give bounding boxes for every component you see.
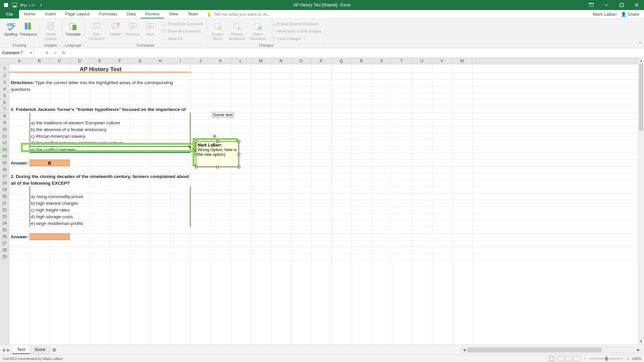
column-header-N[interactable]: N [271, 58, 291, 64]
answer-2-cell[interactable] [30, 233, 70, 240]
select-all-corner[interactable] [0, 58, 9, 64]
column-header-Q[interactable]: Q [331, 58, 352, 64]
row-header-3[interactable]: 3 [0, 79, 9, 86]
horizontal-scrollbar[interactable]: ◀ ▶ [461, 347, 642, 353]
column-header-A[interactable]: A [9, 58, 30, 64]
row-header-11[interactable]: 11 [0, 133, 9, 139]
column-header-I[interactable]: I [170, 58, 191, 64]
column-header-T[interactable]: T [392, 58, 412, 64]
collapse-ribbon-icon[interactable]: ⌃ [638, 41, 642, 47]
ribbon-options-icon[interactable] [584, 0, 599, 10]
next-comment-button[interactable]: Next [142, 20, 158, 37]
expand-namebox-icon[interactable]: ⋮ [34, 51, 42, 55]
row-header-6[interactable]: 6 [0, 99, 9, 106]
maximize-icon[interactable] [614, 0, 629, 10]
row-header-13[interactable]: 13 [0, 146, 9, 153]
undo-icon[interactable]: ▾ [20, 2, 27, 8]
redo-icon[interactable]: ▾ [29, 2, 36, 8]
column-header-B[interactable]: B [30, 58, 50, 64]
row-headers[interactable]: 1234567891011121314151617181920212223242… [0, 64, 9, 345]
row-header-12[interactable]: 12 [0, 139, 9, 146]
row-header-16[interactable]: 16 [0, 166, 9, 173]
delete-comment-button[interactable]: Delete [107, 20, 123, 37]
sheet-nav-prev-icon[interactable]: ◀ [2, 348, 5, 352]
user-name[interactable]: Mark LaBarr [593, 12, 617, 17]
row-header-23[interactable]: 23 [0, 213, 9, 220]
sheet-tab-score[interactable]: Score [30, 346, 50, 354]
resize-handle[interactable] [216, 166, 219, 168]
column-header-H[interactable]: H [150, 58, 170, 64]
scroll-right-icon[interactable]: ▶ [636, 348, 642, 352]
row-header-27[interactable]: 27 [0, 240, 9, 247]
save-icon[interactable] [11, 2, 18, 8]
tab-page-layout[interactable]: Page Layout [60, 10, 94, 18]
enter-formula-icon[interactable]: ✓ [51, 50, 60, 56]
column-header-E[interactable]: E [90, 58, 110, 64]
resize-handle[interactable] [216, 140, 219, 143]
row-header-8[interactable]: 8 [0, 113, 9, 119]
column-header-M[interactable]: M [251, 58, 271, 64]
vscroll-thumb[interactable] [639, 64, 643, 131]
tab-file[interactable]: File [0, 10, 19, 18]
thesaurus-button[interactable]: Thesaurus [20, 20, 36, 37]
tab-formulas[interactable]: Formulas [94, 10, 122, 18]
tab-data[interactable]: Data [122, 10, 140, 18]
floating-textbox[interactable]: Some text [212, 112, 234, 118]
column-headers[interactable]: ABCDEFGHIJKLMNOPQRSTUVW [9, 58, 638, 64]
resize-handle[interactable] [195, 153, 197, 156]
protect-sheet-button[interactable]: Protect Sheet [210, 20, 226, 41]
allow-edit-ranges-button[interactable]: Allow Users to Edit Ranges [269, 27, 323, 35]
answer-1-cell[interactable]: B [30, 160, 70, 166]
smart-lookup-button[interactable]: Smart Lookup [42, 20, 59, 41]
tab-review[interactable]: Review [141, 10, 164, 18]
row-header-18[interactable]: 18 [0, 180, 9, 186]
row-header-10[interactable]: 10 [0, 126, 9, 133]
show-ink-button[interactable]: Show Ink [160, 35, 204, 42]
column-header-V[interactable]: V [432, 58, 452, 64]
edit-comment-button[interactable]: Edit Comment [87, 20, 106, 41]
row-header-26[interactable]: 26 [0, 233, 9, 240]
row-header-14[interactable]: 14 [0, 153, 9, 160]
column-header-W[interactable]: W [452, 58, 472, 64]
protect-workbook-button[interactable]: Protect Workbook [227, 20, 247, 41]
column-header-P[interactable]: P [311, 58, 331, 64]
row-header-21[interactable]: 21 [0, 200, 9, 206]
row-header-7[interactable]: 7 [0, 106, 9, 113]
row-header-9[interactable]: 9 [0, 119, 9, 126]
row-header-17[interactable]: 17 [0, 173, 9, 180]
scroll-up-icon[interactable]: ▲ [638, 58, 644, 64]
column-header-F[interactable]: F [110, 58, 130, 64]
row-header-20[interactable]: 20 [0, 193, 9, 200]
macro-record-icon[interactable] [549, 356, 554, 361]
share-workbook-button[interactable]: Share Workbook [248, 20, 267, 41]
tab-home[interactable]: Home [19, 10, 40, 18]
share-button[interactable]: 👤 Share [621, 12, 639, 17]
track-changes-button[interactable]: Track Changes▾ [269, 35, 323, 42]
zoom-slider[interactable] [589, 358, 623, 359]
cancel-formula-icon[interactable]: ✕ [42, 50, 51, 56]
add-sheet-icon[interactable]: ⊕ [50, 346, 58, 354]
page-break-view-icon[interactable] [573, 356, 581, 361]
tell-me-search[interactable]: 💡 Tell me what you want to do... [206, 10, 271, 18]
row-header-1[interactable]: 1 [0, 64, 9, 72]
column-header-S[interactable]: S [372, 58, 392, 64]
zoom-level[interactable]: 100% [632, 357, 641, 361]
minimize-icon[interactable] [599, 0, 614, 10]
column-header-L[interactable]: L [231, 58, 251, 64]
spreadsheet-grid[interactable]: ABCDEFGHIJKLMNOPQRSTUVW 1234567891011121… [0, 58, 644, 345]
row-header-22[interactable]: 22 [0, 206, 9, 213]
hscroll-thumb[interactable] [467, 348, 601, 352]
resize-handle[interactable] [238, 153, 240, 156]
column-header-J[interactable]: J [191, 58, 211, 64]
row-header-4[interactable]: 4 [0, 86, 9, 93]
tab-view[interactable]: View [164, 10, 183, 18]
cells-area[interactable]: AP History TestDirections:Type the corre… [9, 64, 638, 345]
spelling-button[interactable]: ABC Spelling [3, 20, 19, 37]
show-hide-comment-button[interactable]: Show/Hide Comment [160, 20, 204, 27]
column-header-R[interactable]: R [352, 58, 372, 64]
column-header-G[interactable]: G [130, 58, 150, 64]
resize-handle[interactable] [238, 166, 240, 168]
protect-shared-button[interactable]: Protect Shared Workbook [269, 20, 323, 27]
vertical-scrollbar[interactable]: ▲ ▼ [638, 58, 644, 345]
qat-customize-icon[interactable]: ▾ [38, 2, 44, 8]
